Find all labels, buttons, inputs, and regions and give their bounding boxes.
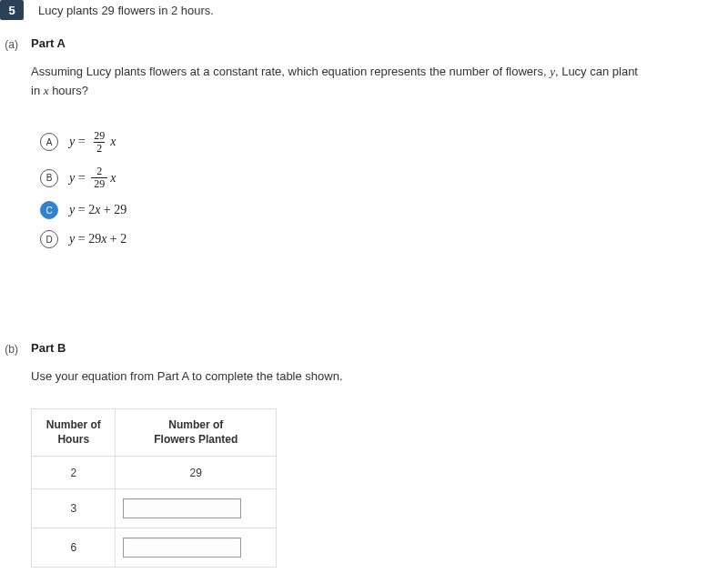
- hours-cell: 6: [32, 528, 116, 568]
- part-a-title: Part A: [31, 36, 728, 50]
- answer-table: Number of Hours Number of Flowers Plante…: [31, 408, 728, 568]
- table-row: 6: [32, 528, 277, 568]
- flowers-input-row3[interactable]: [123, 538, 241, 558]
- answer-options: A y = 292 x B y = 229 x C y = 2x + 29: [40, 130, 728, 249]
- part-a-label: (a): [0, 38, 18, 332]
- flowers-cell-input: [116, 489, 277, 528]
- option-c-equation: y = 2x + 29: [69, 203, 126, 217]
- question-number-badge: 5: [0, 0, 24, 20]
- table-header-hours: Number of Hours: [32, 409, 116, 457]
- flowers-cell-input: [116, 528, 277, 568]
- option-a-equation: y = 292 x: [69, 130, 116, 155]
- part-b-label: (b): [0, 343, 18, 568]
- part-b-block: (b) Part B Use your equation from Part A…: [0, 341, 728, 568]
- question-text: Lucy plants 29 flowers in 2 hours.: [38, 4, 214, 17]
- option-b[interactable]: B y = 229 x: [40, 166, 728, 190]
- hours-cell: 3: [32, 489, 116, 528]
- option-letter-c: C: [40, 201, 58, 219]
- option-d[interactable]: D y = 29x + 2: [40, 230, 728, 248]
- part-a-description: Assuming Lucy plants flowers at a consta…: [31, 63, 650, 101]
- table-row: 3: [32, 489, 277, 528]
- option-a[interactable]: A y = 292 x: [40, 130, 728, 155]
- option-letter-b: B: [40, 169, 58, 187]
- option-d-equation: y = 29x + 2: [69, 232, 126, 246]
- flowers-input-row2[interactable]: [123, 498, 241, 518]
- part-b-description: Use your equation from Part A to complet…: [31, 367, 650, 387]
- table-header-flowers: Number of Flowers Planted: [116, 409, 277, 457]
- option-letter-d: D: [40, 230, 58, 248]
- option-b-equation: y = 229 x: [69, 166, 116, 190]
- question-header: 5 Lucy plants 29 flowers in 2 hours.: [0, 0, 728, 20]
- option-c[interactable]: C y = 2x + 29: [40, 201, 728, 219]
- part-a-block: (a) Part A Assuming Lucy plants flowers …: [0, 36, 728, 332]
- part-b-title: Part B: [31, 341, 728, 355]
- flowers-cell: 29: [116, 457, 277, 489]
- table-row: 2 29: [32, 457, 277, 489]
- option-letter-a: A: [40, 133, 58, 151]
- hours-cell: 2: [32, 457, 116, 489]
